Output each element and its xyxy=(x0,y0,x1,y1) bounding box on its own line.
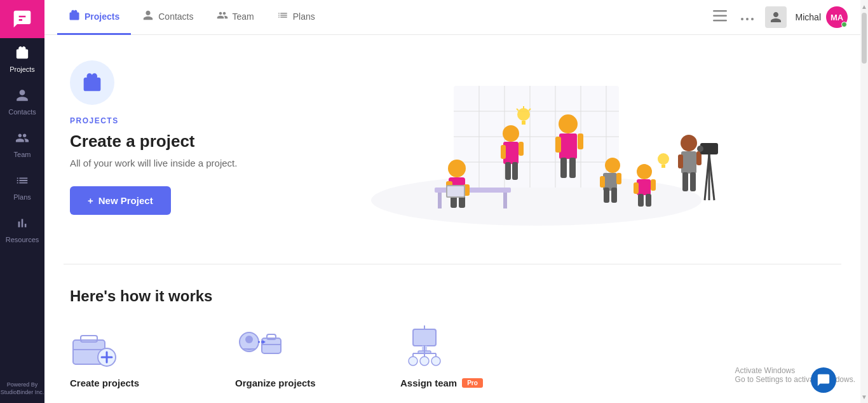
tab-projects-icon xyxy=(69,10,80,23)
scroll-track xyxy=(860,13,868,390)
svg-rect-27 xyxy=(447,186,464,196)
scrollbar[interactable]: ▲ ▼ xyxy=(860,0,868,403)
sidebar-item-team[interactable]: Team xyxy=(0,123,44,166)
sidebar-item-resources[interactable]: Resources xyxy=(0,208,44,251)
team-icon xyxy=(15,131,29,148)
svg-point-59 xyxy=(681,135,697,151)
main-area: Projects Contacts Team Plans xyxy=(44,0,860,403)
sidebar-item-label-contacts: Contacts xyxy=(8,108,36,116)
more-options-button[interactable] xyxy=(738,8,756,27)
sidebar-bottom: Powered By StudioBinder Inc. xyxy=(1,381,44,403)
svg-rect-53 xyxy=(634,182,639,194)
plus-icon: + xyxy=(88,195,93,206)
pro-badge: Pro xyxy=(462,378,483,388)
plans-icon xyxy=(15,174,29,191)
svg-rect-48 xyxy=(616,173,621,184)
svg-rect-41 xyxy=(555,137,561,153)
hero-illustration xyxy=(237,60,835,226)
tab-plans-icon xyxy=(277,10,288,23)
scroll-thumb[interactable] xyxy=(862,13,867,64)
how-cards: Create projects xyxy=(70,324,835,388)
svg-rect-60 xyxy=(681,151,696,174)
svg-rect-47 xyxy=(600,176,605,188)
svg-rect-30 xyxy=(501,145,506,159)
user-info[interactable]: Michal MA xyxy=(796,6,848,28)
sidebar-item-label-resources: Resources xyxy=(6,236,39,243)
sidebar-item-plans[interactable]: Plans xyxy=(0,166,44,208)
svg-point-5 xyxy=(751,18,754,20)
how-title: Here's how it works xyxy=(70,287,835,305)
svg-rect-61 xyxy=(678,154,683,168)
how-it-works-section: Here's how it works xyxy=(44,264,860,403)
svg-rect-44 xyxy=(569,158,576,178)
svg-point-57 xyxy=(658,153,669,165)
sidebar-item-label-team: Team xyxy=(14,151,31,158)
svg-rect-58 xyxy=(661,165,665,168)
svg-point-3 xyxy=(741,18,743,20)
svg-point-39 xyxy=(559,114,578,133)
sidebar-item-label-projects: Projects xyxy=(10,65,35,73)
svg-point-86 xyxy=(409,357,417,365)
tab-contacts[interactable]: Contacts xyxy=(131,0,205,35)
svg-rect-40 xyxy=(559,133,577,159)
svg-rect-33 xyxy=(512,162,518,180)
tab-contacts-label: Contacts xyxy=(158,11,193,22)
top-navigation: Projects Contacts Team Plans xyxy=(44,0,860,35)
svg-rect-64 xyxy=(690,172,696,191)
svg-rect-2 xyxy=(713,20,727,22)
tab-plans-label: Plans xyxy=(293,11,315,22)
svg-rect-32 xyxy=(505,162,511,180)
svg-rect-19 xyxy=(503,193,507,208)
chat-bubble[interactable] xyxy=(811,367,836,393)
resources-icon xyxy=(15,216,29,233)
new-project-button[interactable]: + New Project xyxy=(70,186,171,215)
sidebar-item-projects[interactable]: Projects xyxy=(0,38,44,81)
how-card-assign: Assign team Pro xyxy=(400,324,540,388)
svg-rect-82 xyxy=(413,329,436,346)
projects-icon xyxy=(15,46,29,63)
svg-rect-18 xyxy=(438,193,442,208)
tab-contacts-icon xyxy=(142,10,154,23)
tab-team[interactable]: Team xyxy=(205,0,266,35)
svg-rect-49 xyxy=(604,188,609,203)
how-card-title-create: Create projects xyxy=(70,378,139,388)
svg-point-87 xyxy=(420,357,429,365)
how-card-icon-organize xyxy=(235,324,286,369)
user-name: Michal xyxy=(796,12,821,22)
svg-rect-54 xyxy=(651,179,656,191)
tab-team-label: Team xyxy=(233,11,254,22)
svg-point-88 xyxy=(431,357,440,365)
svg-rect-78 xyxy=(262,338,281,353)
svg-point-20 xyxy=(448,160,466,177)
svg-rect-31 xyxy=(519,142,524,156)
hero-section: PROJECTS Create a project All of your wo… xyxy=(44,35,860,264)
how-card-title-assign: Assign team Pro xyxy=(400,378,483,388)
svg-point-69 xyxy=(697,146,703,152)
how-card-icon-create xyxy=(70,324,121,369)
svg-point-45 xyxy=(605,158,620,173)
sidebar-logo[interactable] xyxy=(0,0,44,38)
topnav-right: Michal MA xyxy=(710,6,848,28)
tab-projects[interactable]: Projects xyxy=(57,0,131,35)
svg-rect-56 xyxy=(646,194,651,207)
tab-plans[interactable]: Plans xyxy=(266,0,327,35)
contacts-icon xyxy=(15,88,29,106)
scroll-up-arrow[interactable]: ▲ xyxy=(860,0,868,13)
sidebar-item-contacts[interactable]: Contacts xyxy=(0,81,44,123)
menu-icon-button[interactable] xyxy=(710,8,729,27)
user-icon xyxy=(765,6,787,28)
logo-icon xyxy=(12,9,32,29)
sidebar: Projects Contacts Team Plans Resources P… xyxy=(0,0,44,403)
svg-rect-43 xyxy=(560,158,567,178)
svg-rect-1 xyxy=(713,15,727,17)
svg-rect-0 xyxy=(713,10,727,12)
svg-point-34 xyxy=(517,108,530,121)
svg-rect-50 xyxy=(611,188,617,203)
svg-rect-35 xyxy=(522,121,526,125)
hero-title: Create a project xyxy=(70,132,237,151)
svg-rect-42 xyxy=(578,133,583,149)
how-card-organize: Organize projects xyxy=(235,324,375,388)
sidebar-item-label-plans: Plans xyxy=(13,193,31,201)
hero-subtitle: All of your work will live inside a proj… xyxy=(70,158,237,168)
scroll-down-arrow[interactable]: ▼ xyxy=(860,390,868,403)
